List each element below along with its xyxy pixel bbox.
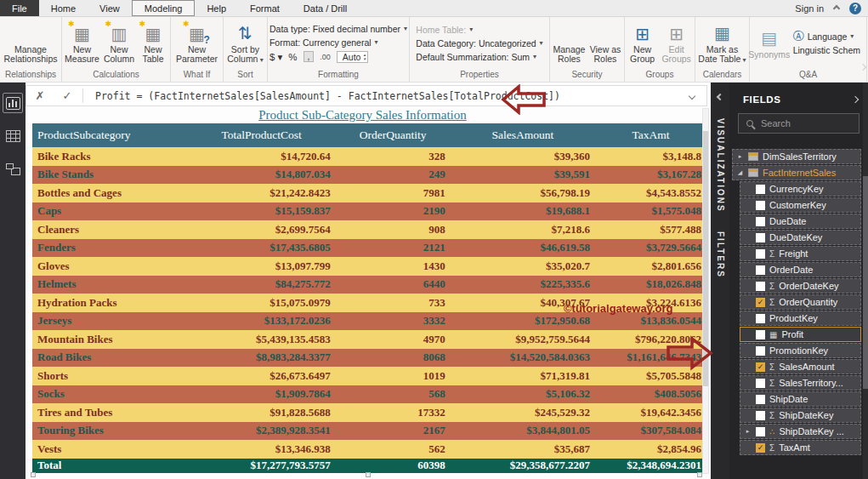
field-checkbox[interactable]	[756, 330, 765, 339]
field-checkbox[interactable]	[756, 249, 765, 259]
new-measure-button[interactable]: ▦✱New Measure	[63, 21, 101, 65]
manage-roles-button[interactable]: Manage Roles	[551, 21, 587, 65]
view-as-roles-button[interactable]: View as Roles	[587, 21, 623, 65]
new-parameter-button[interactable]: ▦✱?New Parameter	[172, 21, 222, 65]
expander-icon[interactable]: ▸	[744, 428, 752, 435]
formula-input[interactable]: Profit = (FactInternetSales[SalesAmount]…	[85, 90, 560, 102]
field-checkbox[interactable]	[756, 265, 765, 275]
field-item-orderdate[interactable]: OrderDate	[740, 262, 861, 277]
field-item-shipdatekey[interactable]: ΣShipDateKey	[740, 408, 861, 423]
field-checkbox[interactable]	[756, 185, 765, 194]
field-item-profit[interactable]: ▦Profit	[740, 327, 861, 342]
field-item-duedatekey[interactable]: DueDateKey	[740, 230, 861, 245]
field-checkbox[interactable]	[756, 411, 765, 420]
help-icon[interactable]: ?	[849, 3, 861, 14]
fields-scrollbar[interactable]	[863, 83, 868, 479]
language-control[interactable]: ⒶLanguage▾	[793, 31, 860, 42]
fields-search-input[interactable]: Search	[738, 113, 859, 134]
field-checkbox[interactable]	[756, 233, 765, 242]
field-checkbox[interactable]	[756, 379, 765, 388]
field-item-orderquantity[interactable]: ✓ΣOrderQuantity	[740, 294, 861, 310]
field-checkbox[interactable]: ✓	[756, 362, 765, 372]
tab-view[interactable]: View	[88, 0, 132, 16]
view-sidebar	[0, 83, 26, 479]
visual-resize-handle[interactable]	[31, 472, 36, 477]
field-checkbox[interactable]	[756, 346, 765, 356]
data-type-fixed-decimal-number-control[interactable]: Data type: Fixed decimal number▾	[269, 24, 407, 34]
field-item-productkey[interactable]: ProductKey	[740, 311, 861, 326]
field-name: CustomerKey	[769, 200, 826, 210]
mark-as-date-table-button[interactable]: ▦Mark as Date Table ▾	[696, 21, 748, 66]
ribbon-group-label: Relationships	[0, 69, 61, 82]
synonyms-button[interactable]: ▤Synonyms	[751, 26, 788, 60]
model-view-button[interactable]	[3, 159, 23, 180]
tab-format[interactable]: Format	[238, 0, 292, 16]
column-header-salesamount[interactable]: SalesAmount	[451, 123, 595, 147]
expand-panels-icon[interactable]	[717, 94, 723, 100]
sign-in-link[interactable]: Sign in	[795, 3, 824, 14]
expander-icon[interactable]: ◢	[736, 169, 744, 176]
field-item-orderdatekey[interactable]: ΣOrderDateKey	[740, 278, 861, 294]
tab-modeling[interactable]: Modeling	[132, 0, 196, 16]
tab-help[interactable]: Help	[195, 0, 238, 16]
manage-relationships-button[interactable]: Manage Relationships	[3, 21, 58, 65]
field-checkbox[interactable]	[756, 201, 765, 210]
expand-formula-bar-icon[interactable]	[689, 94, 706, 99]
column-header-totalproductcost[interactable]: TotalProductCost	[187, 123, 335, 147]
data-view-button[interactable]	[3, 126, 23, 146]
new-table-button[interactable]: ▦✱New Table	[137, 21, 169, 65]
number-format-controls[interactable]: $ ▾%,.00Auto▴▾	[269, 51, 407, 63]
expander-icon[interactable]: ▸	[736, 153, 744, 160]
canvas-scrollbar[interactable]	[702, 108, 709, 474]
field-item-salesterritory[interactable]: ΣSalesTerritory...	[740, 375, 861, 391]
field-checkbox[interactable]: ✓	[756, 443, 765, 453]
field-checkbox[interactable]	[756, 217, 765, 226]
field-checkbox[interactable]	[756, 395, 765, 404]
field-checkbox[interactable]	[756, 427, 765, 436]
column-header-orderquantity[interactable]: OrderQuantity	[336, 123, 451, 147]
visualizations-panel-tab[interactable]: VISUALIZATIONS	[716, 118, 725, 213]
visual-resize-handle[interactable]	[697, 472, 702, 477]
field-checkbox[interactable]	[756, 314, 765, 323]
fields-table-dimsalesterritory[interactable]: ▸DimSalesTerritory	[732, 149, 861, 164]
column-header-taxamt[interactable]: TaxAmt	[595, 123, 706, 147]
row-label: Gloves	[32, 257, 187, 276]
visual-resize-handle[interactable]	[366, 472, 371, 477]
cancel-formula-button[interactable]: ✗	[26, 89, 54, 102]
field-item-shipdate[interactable]: ShipDate	[740, 391, 861, 407]
table-cell: $245,529.32	[451, 403, 595, 422]
edit-groups-button[interactable]: ⊞Edit Groups	[659, 21, 694, 65]
new-column-button[interactable]: ▥✱New Column	[101, 21, 137, 65]
field-checkbox[interactable]: ✓	[756, 298, 765, 307]
column-header-productsubcategory[interactable]: ProductSubcategory	[32, 123, 187, 147]
fields-scrollbar-thumb[interactable]	[863, 176, 868, 389]
field-item-taxamt[interactable]: ✓ΣTaxAmt	[740, 440, 861, 455]
fields-table-factinternetsales[interactable]: ◢FactInternetSales	[732, 165, 861, 180]
table-visual[interactable]: ProductSubcategoryTotalProductCostOrderQ…	[32, 123, 706, 473]
field-item-promotionkey[interactable]: PromotionKey	[740, 343, 861, 358]
tab-data-drill[interactable]: Data / Drill	[292, 0, 359, 16]
default-summarization-sum-control[interactable]: Default Summarization: Sum▾	[416, 52, 542, 62]
commit-formula-button[interactable]: ✓	[54, 89, 81, 102]
field-checkbox[interactable]	[756, 282, 765, 291]
report-view-button[interactable]	[3, 93, 23, 113]
collapse-ribbon-icon[interactable]	[833, 4, 840, 11]
linguistic-schem-control[interactable]: Linguistic Schem	[793, 45, 860, 55]
field-item-duedate[interactable]: DueDate	[740, 214, 861, 229]
data-category-uncategorized-control[interactable]: Data Category: Uncategorized▾	[416, 38, 542, 48]
field-item-customerkey[interactable]: CustomerKey	[740, 197, 861, 213]
format-currency-general-control[interactable]: Format: Currency general▾	[269, 37, 407, 48]
formula-bar[interactable]: ✗ ✓ Profit = (FactInternetSales[SalesAmo…	[26, 85, 707, 106]
field-item-shipdatekey[interactable]: ▸∴ShipDateKey ...	[740, 424, 861, 439]
table-row: Socks$1,909.7864568$5,106.32$408.5056	[32, 385, 706, 404]
home-table-control[interactable]: Home Table:▾	[416, 25, 542, 35]
filters-panel-tab[interactable]: FILTERS	[716, 231, 725, 278]
field-item-currencykey[interactable]: CurrencyKey	[740, 181, 861, 197]
field-item-freight[interactable]: ΣFreight	[740, 246, 861, 261]
sort-by-column-button[interactable]: ⇅Sort by Column ▾	[224, 21, 266, 66]
new-group-button[interactable]: ⊞New Group	[626, 21, 659, 65]
collapse-fields-pane-icon[interactable]	[852, 96, 859, 103]
tab-file[interactable]: File	[0, 0, 39, 16]
tab-home[interactable]: Home	[39, 0, 88, 16]
field-item-salesamount[interactable]: ✓ΣSalesAmount	[740, 359, 861, 374]
